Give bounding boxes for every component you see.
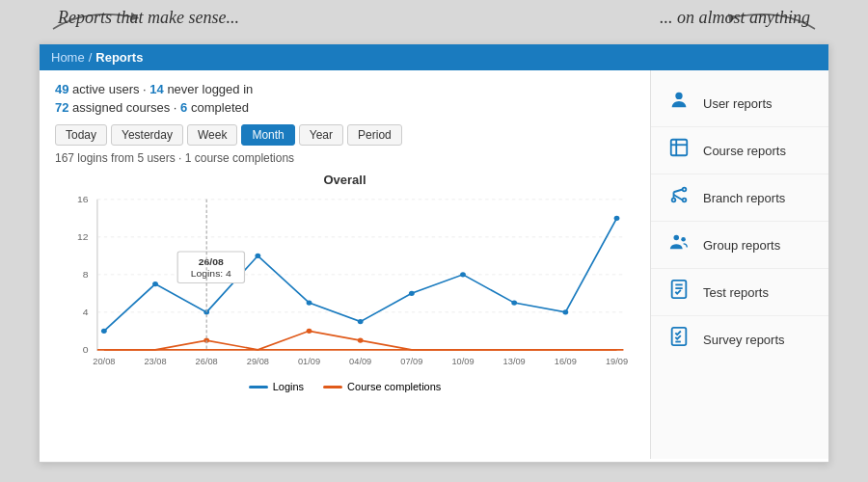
branch-icon <box>666 184 692 211</box>
completed-count: 6 <box>180 100 187 115</box>
svg-point-32 <box>614 216 620 221</box>
left-content: 49 active users · 14 never logged in 72 … <box>40 70 650 459</box>
svg-point-45 <box>683 188 687 192</box>
active-users-label: active users · <box>72 82 149 96</box>
completed-label: completed <box>191 100 249 115</box>
right-sidebar: User reports Course reports <box>650 70 828 459</box>
svg-point-26 <box>307 300 312 305</box>
legend-completions: Course completions <box>323 381 441 392</box>
legend-completions-dot <box>323 386 342 388</box>
svg-point-23 <box>152 281 158 286</box>
logins-info: 167 logins from 5 users · 1 course compl… <box>55 151 635 165</box>
svg-text:16/09: 16/09 <box>555 357 577 366</box>
legend-completions-label: Course completions <box>347 381 441 392</box>
svg-point-31 <box>562 309 568 314</box>
group-reports-label: Group reports <box>703 238 780 253</box>
legend-logins-dot <box>249 386 268 388</box>
assigned-courses-label: assigned courses · <box>72 100 180 115</box>
svg-rect-41 <box>671 140 688 156</box>
test-icon <box>666 279 692 306</box>
user-reports-label: User reports <box>703 96 773 111</box>
svg-point-50 <box>674 235 680 241</box>
svg-point-46 <box>683 199 687 202</box>
svg-point-44 <box>672 199 676 202</box>
filter-year[interactable]: Year <box>299 124 343 146</box>
header-bar: Home / Reports <box>40 44 828 70</box>
course-reports-label: Course reports <box>703 144 786 158</box>
course-icon <box>666 137 692 164</box>
svg-text:13/09: 13/09 <box>503 357 526 366</box>
svg-text:8: 8 <box>83 269 89 280</box>
breadcrumb-current: Reports <box>95 50 143 65</box>
svg-point-30 <box>511 300 517 305</box>
stats-row-1: 49 active users · 14 never logged in <box>55 82 635 96</box>
sidebar-item-branch-reports[interactable]: Branch reports <box>651 174 828 222</box>
chart-container: Overall 16 12 <box>55 173 635 385</box>
main-panel: Home / Reports 49 active users · 14 neve… <box>39 43 829 463</box>
svg-line-48 <box>674 190 683 193</box>
svg-text:29/08: 29/08 <box>247 357 269 366</box>
sidebar-item-test-reports[interactable]: Test reports <box>651 269 828 316</box>
survey-reports-label: Survey reports <box>703 333 785 347</box>
legend-logins: Logins <box>249 381 304 392</box>
sidebar-item-user-reports[interactable]: User reports <box>651 80 828 127</box>
sidebar-item-course-reports[interactable]: Course reports <box>651 127 828 174</box>
never-logged-count: 14 <box>149 82 163 96</box>
svg-point-28 <box>409 291 415 296</box>
breadcrumb-home[interactable]: Home <box>51 50 85 65</box>
assigned-courses-count: 72 <box>55 100 68 115</box>
svg-text:04/09: 04/09 <box>349 357 371 366</box>
svg-text:12: 12 <box>77 231 89 242</box>
svg-text:26/08: 26/08 <box>196 357 218 366</box>
sidebar-item-survey-reports[interactable]: Survey reports <box>651 316 828 362</box>
svg-point-40 <box>675 93 682 99</box>
svg-text:16: 16 <box>77 194 89 204</box>
chart-legend: Logins Course completions <box>55 381 635 392</box>
filter-period[interactable]: Period <box>347 124 402 146</box>
filter-bar: Today Yesterday Week Month Year Period <box>55 124 635 146</box>
chart-title: Overall <box>55 173 635 187</box>
never-logged-label: never logged in <box>167 82 253 96</box>
svg-text:01/09: 01/09 <box>298 357 320 366</box>
filter-month[interactable]: Month <box>241 124 294 146</box>
group-icon <box>666 231 692 258</box>
svg-point-29 <box>460 272 466 277</box>
svg-point-34 <box>307 329 312 334</box>
filter-today[interactable]: Today <box>55 124 107 146</box>
svg-text:07/09: 07/09 <box>400 357 422 366</box>
sidebar-item-group-reports[interactable]: Group reports <box>651 222 828 269</box>
filter-yesterday[interactable]: Yesterday <box>111 124 183 146</box>
stats-row-2: 72 assigned courses · 6 completed <box>55 100 635 115</box>
page-wrapper: Reports that make sense... ... on almost… <box>0 0 868 482</box>
test-reports-label: Test reports <box>703 285 769 300</box>
svg-point-51 <box>681 237 686 242</box>
legend-logins-label: Logins <box>273 381 304 392</box>
svg-text:26/08: 26/08 <box>199 256 224 267</box>
svg-text:4: 4 <box>83 307 89 317</box>
user-icon <box>666 90 692 117</box>
svg-point-27 <box>358 319 364 324</box>
svg-point-22 <box>101 329 107 334</box>
active-users-count: 49 <box>55 82 68 96</box>
content-area: 49 active users · 14 never logged in 72 … <box>40 70 828 459</box>
branch-reports-label: Branch reports <box>703 191 785 205</box>
annotation-right: ... on almost anything <box>660 8 810 28</box>
svg-text:19/09: 19/09 <box>606 357 628 366</box>
svg-text:23/08: 23/08 <box>144 357 166 366</box>
svg-text:20/08: 20/08 <box>93 357 115 366</box>
svg-text:0: 0 <box>83 344 89 355</box>
svg-text:Logins: 4: Logins: 4 <box>191 268 232 279</box>
breadcrumb-separator: / <box>89 50 93 65</box>
svg-point-25 <box>255 254 260 258</box>
svg-point-35 <box>358 337 364 342</box>
survey-icon <box>666 326 692 353</box>
svg-text:10/09: 10/09 <box>451 357 474 366</box>
chart-area: 16 12 8 4 0 <box>55 189 635 377</box>
filter-week[interactable]: Week <box>187 124 237 146</box>
annotation-left: Reports that make sense... <box>58 8 239 28</box>
